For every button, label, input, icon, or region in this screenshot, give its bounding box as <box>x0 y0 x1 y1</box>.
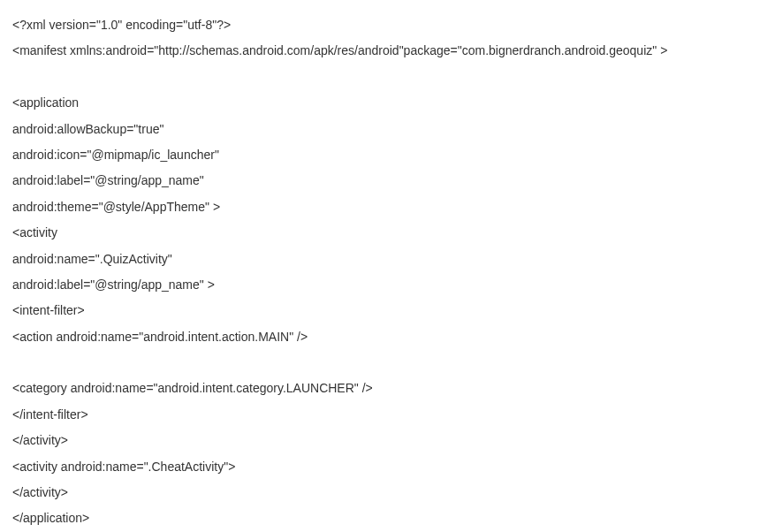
code-line: android:name=".QuizActivity" <box>12 247 763 272</box>
code-line: <category android:name="android.intent.c… <box>12 376 763 401</box>
code-line: <application <box>12 90 763 116</box>
code-line: <?xml version="1.0" encoding="utf-8"?> <box>12 12 763 38</box>
code-line: android:theme="@style/AppTheme" > <box>12 194 763 220</box>
blank-line <box>12 65 763 90</box>
code-line: <action android:name="android.intent.act… <box>12 324 763 350</box>
code-line: android:label="@string/app_name" <box>12 168 763 194</box>
code-line: <activity android:name=".CheatActivity"> <box>12 454 763 480</box>
code-line: android:allowBackup="true" <box>12 117 763 142</box>
code-line: </activity> <box>12 480 763 505</box>
code-line: </activity> <box>12 428 763 453</box>
code-line: </application> <box>12 505 763 531</box>
code-line: <intent-filter> <box>12 298 763 323</box>
code-line: <activity <box>12 220 763 246</box>
code-block: <?xml version="1.0" encoding="utf-8"?> <… <box>12 12 763 532</box>
code-line: </intent-filter> <box>12 402 763 428</box>
code-line: <manifest xmlns:android="http://schemas.… <box>12 38 763 64</box>
blank-line <box>12 350 763 376</box>
code-line: android:icon="@mipmap/ic_launcher" <box>12 142 763 168</box>
code-line: android:label="@string/app_name" > <box>12 272 763 298</box>
